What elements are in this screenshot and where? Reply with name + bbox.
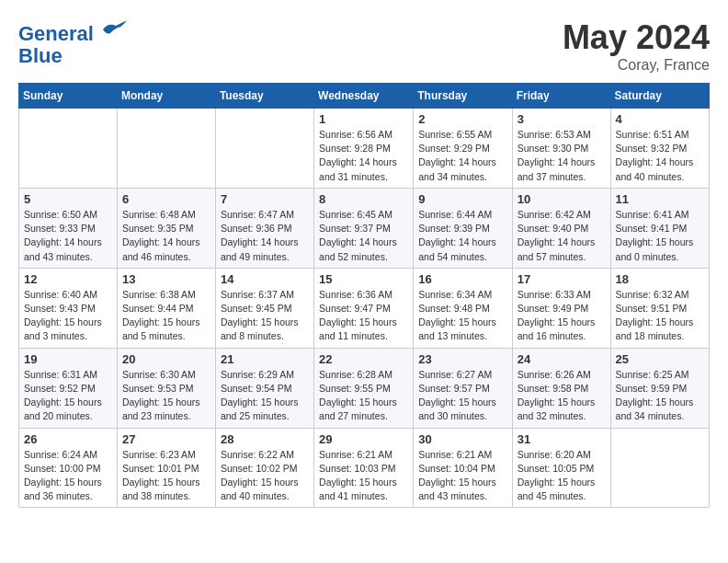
cell-detail: Sunrise: 6:24 AM Sunset: 10:00 PM Daylig… [24, 448, 112, 504]
cell-detail: Sunrise: 6:31 AM Sunset: 9:52 PM Dayligh… [24, 368, 112, 424]
day-number: 17 [518, 272, 606, 286]
calendar-cell: 5Sunrise: 6:50 AM Sunset: 9:33 PM Daylig… [19, 188, 118, 268]
logo-bird-icon [101, 18, 129, 40]
day-number: 10 [518, 192, 606, 206]
calendar-cell: 18Sunrise: 6:32 AM Sunset: 9:51 PM Dayli… [610, 268, 709, 348]
weekday-header-sunday: Sunday [19, 84, 118, 109]
calendar-cell: 1Sunrise: 6:56 AM Sunset: 9:28 PM Daylig… [314, 109, 414, 189]
calendar-week-3: 12Sunrise: 6:40 AM Sunset: 9:43 PM Dayli… [19, 268, 710, 348]
cell-detail: Sunrise: 6:23 AM Sunset: 10:01 PM Daylig… [122, 448, 210, 504]
cell-detail: Sunrise: 6:45 AM Sunset: 9:37 PM Dayligh… [319, 208, 408, 264]
day-number: 11 [616, 192, 704, 206]
day-number: 9 [418, 192, 506, 206]
day-number: 23 [418, 352, 506, 366]
cell-detail: Sunrise: 6:40 AM Sunset: 9:43 PM Dayligh… [24, 288, 112, 344]
day-number: 19 [24, 352, 112, 366]
weekday-header-saturday: Saturday [610, 84, 709, 109]
calendar-cell: 4Sunrise: 6:51 AM Sunset: 9:32 PM Daylig… [610, 109, 709, 189]
day-number: 28 [221, 432, 309, 446]
calendar-cell: 26Sunrise: 6:24 AM Sunset: 10:00 PM Dayl… [19, 428, 118, 508]
calendar-cell: 2Sunrise: 6:55 AM Sunset: 9:29 PM Daylig… [414, 109, 512, 189]
day-number: 27 [122, 432, 210, 446]
cell-detail: Sunrise: 6:48 AM Sunset: 9:35 PM Dayligh… [122, 208, 210, 264]
day-number: 31 [518, 432, 606, 446]
calendar-week-4: 19Sunrise: 6:31 AM Sunset: 9:52 PM Dayli… [19, 348, 710, 428]
cell-detail: Sunrise: 6:36 AM Sunset: 9:47 PM Dayligh… [319, 288, 408, 344]
cell-detail: Sunrise: 6:30 AM Sunset: 9:53 PM Dayligh… [122, 368, 210, 424]
calendar-week-2: 5Sunrise: 6:50 AM Sunset: 9:33 PM Daylig… [19, 188, 710, 268]
calendar-cell: 14Sunrise: 6:37 AM Sunset: 9:45 PM Dayli… [215, 268, 313, 348]
calendar-cell: 29Sunrise: 6:21 AM Sunset: 10:03 PM Dayl… [314, 428, 414, 508]
logo-general: General [18, 22, 94, 45]
cell-detail: Sunrise: 6:55 AM Sunset: 9:29 PM Dayligh… [418, 128, 506, 184]
calendar-cell: 31Sunrise: 6:20 AM Sunset: 10:05 PM Dayl… [512, 428, 610, 508]
day-number: 16 [418, 272, 506, 286]
calendar-cell: 16Sunrise: 6:34 AM Sunset: 9:48 PM Dayli… [414, 268, 512, 348]
weekday-header-tuesday: Tuesday [215, 84, 313, 109]
calendar-cell: 30Sunrise: 6:21 AM Sunset: 10:04 PM Dayl… [414, 428, 512, 508]
cell-detail: Sunrise: 6:25 AM Sunset: 9:59 PM Dayligh… [616, 368, 704, 424]
day-number: 13 [122, 272, 210, 286]
cell-detail: Sunrise: 6:56 AM Sunset: 9:28 PM Dayligh… [319, 128, 408, 184]
cell-detail: Sunrise: 6:41 AM Sunset: 9:41 PM Dayligh… [616, 208, 704, 264]
logo-blue: Blue [18, 44, 63, 67]
day-number: 24 [518, 352, 606, 366]
calendar-cell [117, 109, 215, 189]
calendar-cell: 27Sunrise: 6:23 AM Sunset: 10:01 PM Dayl… [117, 428, 215, 508]
calendar-cell: 20Sunrise: 6:30 AM Sunset: 9:53 PM Dayli… [117, 348, 215, 428]
day-number: 22 [319, 352, 408, 366]
cell-detail: Sunrise: 6:53 AM Sunset: 9:30 PM Dayligh… [518, 128, 606, 184]
month-title: May 2024 [563, 18, 710, 57]
calendar-cell: 9Sunrise: 6:44 AM Sunset: 9:39 PM Daylig… [414, 188, 512, 268]
cell-detail: Sunrise: 6:38 AM Sunset: 9:44 PM Dayligh… [122, 288, 210, 344]
day-number: 8 [319, 192, 408, 206]
weekday-header-friday: Friday [512, 84, 610, 109]
calendar-cell: 6Sunrise: 6:48 AM Sunset: 9:35 PM Daylig… [117, 188, 215, 268]
day-number: 15 [319, 272, 408, 286]
day-number: 4 [616, 112, 704, 126]
calendar-cell: 24Sunrise: 6:26 AM Sunset: 9:58 PM Dayli… [512, 348, 610, 428]
weekday-header-row: SundayMondayTuesdayWednesdayThursdayFrid… [19, 84, 710, 109]
cell-detail: Sunrise: 6:32 AM Sunset: 9:51 PM Dayligh… [616, 288, 704, 344]
cell-detail: Sunrise: 6:21 AM Sunset: 10:03 PM Daylig… [319, 448, 408, 504]
calendar-cell: 7Sunrise: 6:47 AM Sunset: 9:36 PM Daylig… [215, 188, 313, 268]
calendar-cell: 3Sunrise: 6:53 AM Sunset: 9:30 PM Daylig… [512, 109, 610, 189]
calendar-cell: 13Sunrise: 6:38 AM Sunset: 9:44 PM Dayli… [117, 268, 215, 348]
cell-detail: Sunrise: 6:42 AM Sunset: 9:40 PM Dayligh… [518, 208, 606, 264]
calendar-cell: 23Sunrise: 6:27 AM Sunset: 9:57 PM Dayli… [414, 348, 512, 428]
day-number: 3 [518, 112, 606, 126]
day-number: 30 [418, 432, 506, 446]
calendar-cell: 17Sunrise: 6:33 AM Sunset: 9:49 PM Dayli… [512, 268, 610, 348]
day-number: 12 [24, 272, 112, 286]
cell-detail: Sunrise: 6:51 AM Sunset: 9:32 PM Dayligh… [616, 128, 704, 184]
day-number: 29 [319, 432, 408, 446]
calendar-cell [610, 428, 709, 508]
cell-detail: Sunrise: 6:50 AM Sunset: 9:33 PM Dayligh… [24, 208, 112, 264]
calendar-table: SundayMondayTuesdayWednesdayThursdayFrid… [18, 83, 710, 508]
cell-detail: Sunrise: 6:34 AM Sunset: 9:48 PM Dayligh… [418, 288, 506, 344]
calendar-cell: 8Sunrise: 6:45 AM Sunset: 9:37 PM Daylig… [314, 188, 414, 268]
calendar-cell: 11Sunrise: 6:41 AM Sunset: 9:41 PM Dayli… [610, 188, 709, 268]
day-number: 6 [122, 192, 210, 206]
cell-detail: Sunrise: 6:27 AM Sunset: 9:57 PM Dayligh… [418, 368, 506, 424]
day-number: 14 [221, 272, 309, 286]
day-number: 5 [24, 192, 112, 206]
day-number: 1 [319, 112, 408, 126]
day-number: 18 [616, 272, 704, 286]
day-number: 20 [122, 352, 210, 366]
cell-detail: Sunrise: 6:33 AM Sunset: 9:49 PM Dayligh… [518, 288, 606, 344]
cell-detail: Sunrise: 6:29 AM Sunset: 9:54 PM Dayligh… [221, 368, 309, 424]
calendar-cell: 19Sunrise: 6:31 AM Sunset: 9:52 PM Dayli… [19, 348, 118, 428]
calendar-cell: 15Sunrise: 6:36 AM Sunset: 9:47 PM Dayli… [314, 268, 414, 348]
calendar-cell: 28Sunrise: 6:22 AM Sunset: 10:02 PM Dayl… [215, 428, 313, 508]
day-number: 21 [221, 352, 309, 366]
cell-detail: Sunrise: 6:22 AM Sunset: 10:02 PM Daylig… [221, 448, 309, 504]
day-number: 7 [221, 192, 309, 206]
calendar-cell: 12Sunrise: 6:40 AM Sunset: 9:43 PM Dayli… [19, 268, 118, 348]
calendar-cell [19, 109, 118, 189]
calendar-cell [215, 109, 313, 189]
title-block: May 2024 Coray, France [563, 18, 710, 74]
cell-detail: Sunrise: 6:20 AM Sunset: 10:05 PM Daylig… [518, 448, 606, 504]
page-header: General Blue May 2024 Coray, France [18, 18, 710, 74]
day-number: 26 [24, 432, 112, 446]
